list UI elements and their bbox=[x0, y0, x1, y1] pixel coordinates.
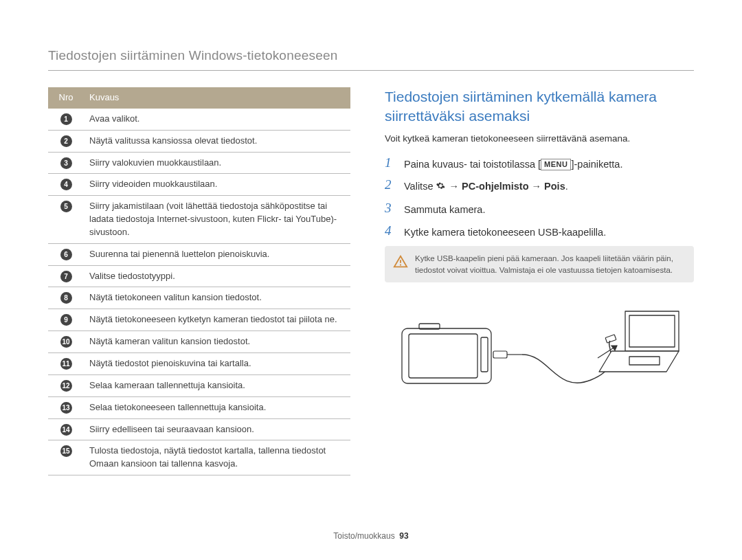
number-badge: 4 bbox=[60, 179, 72, 190]
table-row: 7Valitse tiedostotyyppi. bbox=[48, 265, 350, 287]
row-number-cell: 3 bbox=[48, 152, 84, 174]
number-badge: 11 bbox=[60, 358, 72, 370]
number-badge: 6 bbox=[60, 249, 72, 260]
table-row: 6Suurenna tai pienennä luettelon pienois… bbox=[48, 243, 350, 265]
table-row: 10Näytä kameran valitun kansion tiedosto… bbox=[48, 331, 350, 353]
row-desc-cell: Näytä tietokoneeseen kytketyn kameran ti… bbox=[84, 309, 350, 331]
number-badge: 5 bbox=[60, 201, 72, 212]
row-number-cell: 13 bbox=[48, 396, 84, 418]
step-text: Paina kuvaus- tai toistotilassa [ bbox=[404, 159, 541, 170]
row-desc-cell: Näytä tietokoneen valitun kansion tiedos… bbox=[84, 287, 350, 309]
th-kuvaus: Kuvaus bbox=[84, 87, 350, 109]
svg-rect-6 bbox=[493, 351, 507, 358]
table-row: 4Siirry videoiden muokkaustilaan. bbox=[48, 174, 350, 196]
number-badge: 14 bbox=[60, 424, 72, 436]
page-title: Tiedostojen siirtäminen Windows-tietokon… bbox=[48, 48, 694, 71]
svg-point-1 bbox=[400, 264, 401, 265]
row-number-cell: 12 bbox=[48, 374, 84, 396]
row-number-cell: 10 bbox=[48, 331, 84, 353]
row-desc-cell: Näytä kameran valitun kansion tiedostot. bbox=[84, 331, 350, 353]
number-badge: 1 bbox=[60, 113, 72, 125]
row-desc-cell: Siirry valokuvien muokkaustilaan. bbox=[84, 152, 350, 174]
table-row: 3Siirry valokuvien muokkaustilaan. bbox=[48, 152, 350, 174]
step-bold: PC-ohjelmisto bbox=[462, 181, 528, 192]
step-number: 4 bbox=[385, 224, 397, 238]
svg-rect-4 bbox=[481, 337, 488, 372]
number-badge: 10 bbox=[60, 336, 72, 348]
step-text: Sammuta kamera. bbox=[404, 201, 694, 216]
row-desc-cell: Avaa valikot. bbox=[84, 109, 350, 130]
footer-section: Toisto/muokkaus bbox=[333, 531, 394, 541]
step-1: 1 Paina kuvaus- tai toistotilassa [MENU]… bbox=[385, 156, 694, 171]
number-badge: 13 bbox=[60, 402, 72, 414]
table-row: 15Tulosta tiedostoja, näytä tiedostot ka… bbox=[48, 440, 350, 475]
description-table-wrapper: Nro Kuvaus 1Avaa valikot.2Näytä valituss… bbox=[48, 87, 350, 475]
row-number-cell: 4 bbox=[48, 174, 84, 196]
th-nro: Nro bbox=[48, 87, 84, 109]
section-subtitle: Voit kytkeä kameran tietokoneeseen siirr… bbox=[385, 133, 694, 144]
table-row: 5Siirry jakamistilaan (voit lähettää tie… bbox=[48, 196, 350, 244]
table-row: 1Avaa valikot. bbox=[48, 109, 350, 130]
step-bold: Pois bbox=[544, 181, 565, 192]
table-row: 8Näytä tietokoneen valitun kansion tiedo… bbox=[48, 287, 350, 309]
menu-button-label: MENU bbox=[541, 159, 571, 170]
row-desc-cell: Selaa tietokoneeseen tallennettuja kansi… bbox=[84, 396, 350, 418]
step-4: 4 Kytke kamera tietokoneeseen USB-kaapel… bbox=[385, 224, 694, 239]
svg-rect-3 bbox=[409, 334, 477, 378]
row-desc-cell: Siirry videoiden muokkaustilaan. bbox=[84, 174, 350, 196]
table-row: 14Siirry edelliseen tai seuraavaan kansi… bbox=[48, 418, 350, 440]
section-title: Tiedostojen siirtäminen kytkemällä kamer… bbox=[385, 87, 694, 126]
step-number: 2 bbox=[385, 178, 397, 192]
footer-page-number: 93 bbox=[399, 531, 408, 541]
step-text: . bbox=[565, 181, 568, 192]
row-desc-cell: Siirry jakamistilaan (voit lähettää tied… bbox=[84, 196, 350, 244]
table-row: 11Näytä tiedostot pienoiskuvina tai kart… bbox=[48, 352, 350, 374]
row-desc-cell: Valitse tiedostotyyppi. bbox=[84, 265, 350, 287]
gear-icon bbox=[436, 181, 446, 194]
number-badge: 9 bbox=[60, 314, 72, 326]
table-row: 2Näytä valitussa kansiossa olevat tiedos… bbox=[48, 130, 350, 152]
step-text: ]-painiketta. bbox=[571, 159, 622, 170]
step-text: Kytke kamera tietokoneeseen USB-kaapelil… bbox=[404, 224, 694, 239]
steps-list: 1 Paina kuvaus- tai toistotilassa [MENU]… bbox=[385, 156, 694, 239]
number-badge: 3 bbox=[60, 157, 72, 169]
step-2: 2 Valitse → PC-ohjelmisto → Pois. bbox=[385, 178, 694, 194]
step-text: Valitse bbox=[404, 181, 436, 192]
step-text: → bbox=[529, 181, 545, 192]
row-number-cell: 9 bbox=[48, 309, 84, 331]
step-number: 3 bbox=[385, 201, 397, 216]
row-number-cell: 5 bbox=[48, 196, 84, 244]
svg-marker-10 bbox=[611, 346, 617, 350]
svg-rect-11 bbox=[629, 315, 675, 347]
step-number: 1 bbox=[385, 156, 397, 170]
table-row: 12Selaa kameraan tallennettuja kansioita… bbox=[48, 374, 350, 396]
row-number-cell: 15 bbox=[48, 440, 84, 475]
table-row: 13Selaa tietokoneeseen tallennettuja kan… bbox=[48, 396, 350, 418]
row-desc-cell: Näytä valitussa kansiossa olevat tiedost… bbox=[84, 130, 350, 152]
row-number-cell: 14 bbox=[48, 418, 84, 440]
row-number-cell: 7 bbox=[48, 265, 84, 287]
page-footer: Toisto/muokkaus 93 bbox=[0, 531, 742, 541]
row-desc-cell: Tulosta tiedostoja, näytä tiedostot kart… bbox=[84, 440, 350, 475]
row-number-cell: 11 bbox=[48, 352, 84, 374]
warning-icon bbox=[393, 254, 408, 273]
row-desc-cell: Selaa kameraan tallennettuja kansioita. bbox=[84, 374, 350, 396]
row-number-cell: 1 bbox=[48, 109, 84, 130]
row-number-cell: 6 bbox=[48, 243, 84, 265]
number-badge: 7 bbox=[60, 271, 72, 282]
row-number-cell: 2 bbox=[48, 130, 84, 152]
number-badge: 15 bbox=[60, 445, 72, 457]
step-3: 3 Sammuta kamera. bbox=[385, 201, 694, 216]
callout-text: Kytke USB-kaapelin pieni pää kameraan. J… bbox=[415, 254, 673, 274]
description-table: Nro Kuvaus 1Avaa valikot.2Näytä valituss… bbox=[48, 87, 350, 475]
svg-rect-8 bbox=[605, 335, 616, 343]
row-desc-cell: Näytä tiedostot pienoiskuvina tai kartal… bbox=[84, 352, 350, 374]
number-badge: 8 bbox=[60, 292, 72, 304]
warning-callout: Kytke USB-kaapelin pieni pää kameraan. J… bbox=[385, 246, 694, 282]
row-desc-cell: Suurenna tai pienennä luettelon pienoisk… bbox=[84, 243, 350, 265]
step-text: → bbox=[449, 181, 462, 192]
number-badge: 12 bbox=[60, 380, 72, 392]
table-row: 9Näytä tietokoneeseen kytketyn kameran t… bbox=[48, 309, 350, 331]
camera-to-laptop-illustration bbox=[385, 298, 694, 417]
row-number-cell: 8 bbox=[48, 287, 84, 309]
